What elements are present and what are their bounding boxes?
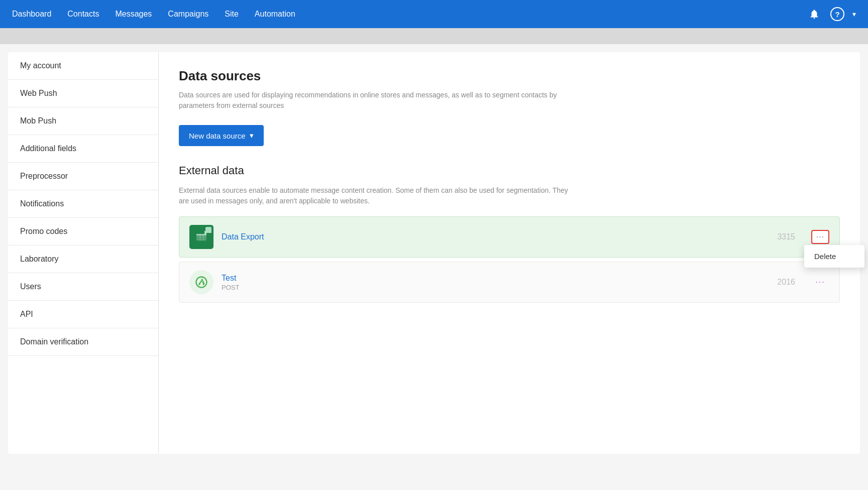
sidebar-item-mob-push[interactable]: Mob Push	[8, 107, 158, 135]
datasource-info-test: Test POST	[222, 274, 769, 291]
svg-rect-4	[196, 237, 206, 238]
more-dots-icon: ···	[816, 232, 824, 241]
datasource-more-button-data-export[interactable]: ···	[811, 230, 829, 244]
svg-rect-7	[203, 234, 203, 241]
help-icon[interactable]: ?	[830, 7, 844, 21]
main-content: Data sources Data sources are used for d…	[159, 52, 860, 454]
content-wrapper: My account Web Push Mob Push Additional …	[8, 52, 860, 454]
new-datasource-chevron-icon: ▾	[250, 131, 254, 140]
datasource-row-test: Test POST 2016 ···	[179, 262, 840, 303]
subheader-bar	[0, 28, 868, 44]
svg-rect-3	[196, 236, 206, 236]
datasource-info-data-export: Data Export	[222, 232, 769, 241]
nav-site[interactable]: Site	[225, 10, 239, 19]
datasource-subtext-test: POST	[222, 284, 769, 291]
sidebar-item-preprocessor[interactable]: Preprocessor	[8, 163, 158, 190]
svg-point-11	[202, 283, 204, 285]
page-title: Data sources	[179, 68, 840, 84]
sidebar-item-web-push[interactable]: Web Push	[8, 80, 158, 107]
datasource-count-data-export: 3315	[777, 232, 795, 241]
svg-point-10	[198, 283, 200, 285]
external-data-description: External data sources enable to automate…	[179, 185, 571, 206]
sidebar-item-users[interactable]: Users	[8, 273, 158, 301]
top-navigation: Dashboard Contacts Messages Campaigns Si…	[0, 0, 868, 28]
nav-dashboard[interactable]: Dashboard	[12, 10, 51, 19]
sheets-icon	[189, 225, 213, 249]
nav-campaigns[interactable]: Campaigns	[168, 10, 208, 19]
datasource-row-data-export: Data Export 3315 ··· Delete	[179, 216, 840, 258]
sidebar-item-promo-codes[interactable]: Promo codes	[8, 218, 158, 246]
svg-rect-6	[200, 234, 200, 241]
sidebar-item-api[interactable]: API	[8, 301, 158, 328]
datasource-name-test[interactable]: Test	[222, 274, 769, 283]
sidebar: My account Web Push Mob Push Additional …	[8, 52, 159, 454]
new-datasource-button[interactable]: New data source ▾	[179, 125, 264, 146]
nav-messages[interactable]: Messages	[115, 10, 152, 19]
nav-automation[interactable]: Automation	[255, 10, 295, 19]
nav-links: Dashboard Contacts Messages Campaigns Si…	[12, 10, 806, 19]
datasource-name-data-export[interactable]: Data Export	[222, 232, 769, 241]
nav-contacts[interactable]: Contacts	[67, 10, 99, 19]
datasource-more-button-test[interactable]: ···	[811, 275, 829, 289]
webhook-icon	[189, 270, 213, 294]
sidebar-item-my-account[interactable]: My account	[8, 52, 158, 80]
account-chevron-icon[interactable]: ▾	[852, 10, 856, 18]
datasource-count-test: 2016	[777, 278, 795, 287]
main-container: My account Web Push Mob Push Additional …	[0, 44, 868, 490]
dropdown-delete[interactable]: Delete	[804, 245, 864, 268]
dropdown-menu: Delete	[804, 245, 864, 268]
page-description: Data sources are used for displaying rec…	[179, 90, 571, 111]
sidebar-item-laboratory[interactable]: Laboratory	[8, 246, 158, 273]
external-data-title: External data	[179, 164, 840, 177]
notifications-icon[interactable]	[806, 6, 822, 22]
nav-icons: ? ▾	[806, 6, 856, 22]
sidebar-item-domain-verification[interactable]: Domain verification	[8, 328, 158, 356]
sidebar-item-additional-fields[interactable]: Additional fields	[8, 135, 158, 163]
new-datasource-label: New data source	[189, 132, 246, 140]
sidebar-item-notifications[interactable]: Notifications	[8, 190, 158, 218]
more-dots-plain-icon: ···	[815, 278, 825, 287]
svg-rect-5	[196, 239, 206, 239]
